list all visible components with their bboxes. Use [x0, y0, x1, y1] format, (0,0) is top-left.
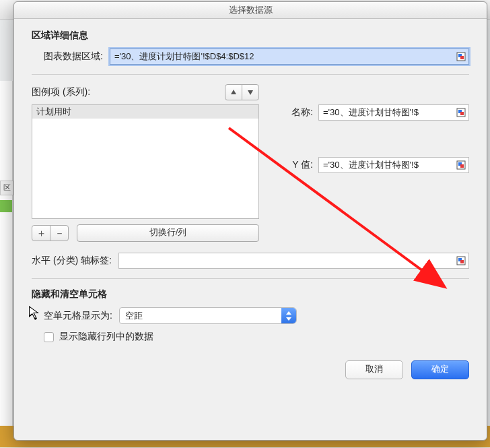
- divider: [32, 74, 469, 75]
- add-series-button[interactable]: ＋: [32, 225, 50, 241]
- move-series-down-button[interactable]: [242, 84, 259, 100]
- dialog-title: 选择数据源: [14, 2, 487, 19]
- show-hidden-checkbox[interactable]: [44, 332, 54, 342]
- cursor-icon: [28, 305, 42, 321]
- show-hidden-label: 显示隐藏行列中的数据: [59, 331, 153, 343]
- series-list-item[interactable]: 计划用时: [32, 105, 258, 119]
- switch-row-column-button[interactable]: 切换行/列: [77, 224, 259, 242]
- divider: [32, 278, 469, 279]
- svg-rect-2: [460, 56, 464, 59]
- empty-cells-label: 空单元格显示为:: [32, 310, 112, 322]
- chart-data-range-input[interactable]: [110, 49, 469, 65]
- chevron-up-down-icon: [285, 310, 293, 322]
- cancel-button[interactable]: 取消: [345, 360, 403, 379]
- series-name-label: 名称:: [279, 106, 313, 119]
- remove-series-button[interactable]: －: [50, 225, 69, 241]
- range-picker-icon[interactable]: [455, 159, 467, 171]
- range-picker-icon[interactable]: [455, 255, 467, 267]
- category-axis-input[interactable]: [118, 253, 469, 269]
- move-series-up-button[interactable]: [225, 84, 242, 100]
- svg-marker-3: [231, 90, 236, 94]
- svg-rect-7: [460, 112, 464, 115]
- svg-marker-14: [286, 311, 291, 315]
- range-picker-icon[interactable]: [455, 106, 467, 119]
- category-axis-label: 水平 (分类) 轴标签:: [32, 255, 112, 267]
- svg-rect-13: [460, 260, 464, 263]
- svg-marker-4: [248, 90, 253, 95]
- legend-series-label: 图例项 (系列):: [32, 86, 90, 98]
- series-y-label: Y 值:: [279, 159, 313, 171]
- select-data-source-dialog: 选择数据源 区域详细信息 图表数据区域: 图例项 (系列):: [13, 1, 487, 441]
- section-range-title: 区域详细信息: [32, 30, 469, 42]
- series-name-input[interactable]: [318, 104, 469, 121]
- series-y-value-input[interactable]: [318, 157, 469, 173]
- svg-rect-10: [460, 164, 464, 168]
- bg-header-cell: 区: [0, 181, 13, 195]
- chart-data-range-label: 图表数据区域:: [32, 51, 103, 63]
- bg-green-cell: [0, 200, 12, 212]
- range-picker-icon[interactable]: [455, 51, 467, 63]
- section-hidden-title: 隐藏和清空单元格: [32, 288, 469, 300]
- bg-sheet-edge: [0, 81, 13, 445]
- series-listbox[interactable]: 计划用时: [32, 104, 259, 219]
- svg-marker-15: [286, 317, 291, 321]
- empty-cells-select[interactable]: 空距: [119, 307, 297, 324]
- empty-cells-select-value: 空距: [125, 311, 143, 321]
- ok-button[interactable]: 确定: [411, 360, 469, 379]
